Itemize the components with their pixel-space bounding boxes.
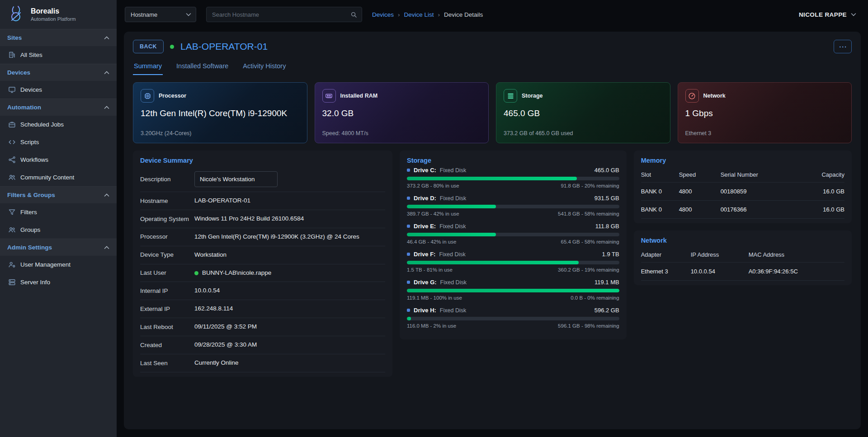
summary-row-last-user: Last User BUNNY-LAB\nicole.rappe <box>140 264 385 282</box>
search-box <box>206 7 362 22</box>
drive-type: Fixed Disk <box>440 279 467 286</box>
table-row: Ethernet 3 10.0.0.54 A0:36:9F:94:26:5C <box>641 263 844 281</box>
sidebar-item-label: Devices <box>20 86 42 93</box>
sidebar-section-automation[interactable]: Automation <box>0 99 117 116</box>
groups-icon <box>8 226 16 234</box>
row-label: Last Reboot <box>140 323 194 331</box>
user-gear-icon <box>8 261 16 268</box>
sidebar-item-label: Filters <box>20 209 37 216</box>
borealis-bunny-logo-icon <box>6 5 26 24</box>
drive-used: 46.4 GB - 42% in use <box>407 239 456 244</box>
sidebar-section-label: Filters & Groups <box>7 192 55 198</box>
memory-serial: 00180859 <box>721 188 810 195</box>
sidebar-item-label: Workflows <box>20 156 48 163</box>
sidebar-item-groups[interactable]: Groups <box>0 221 117 239</box>
summary-row-hostname: Hostname LAB-OPERATOR-01 <box>140 192 385 210</box>
sidebar-item-all-sites[interactable]: All Sites <box>0 46 117 64</box>
row-value: 10.0.0.54 <box>194 287 220 295</box>
card-subtext: Ethernet 3 <box>685 130 844 136</box>
hostname-filter-dropdown[interactable]: Hostname <box>125 7 196 22</box>
more-options-button[interactable]: ⋯ <box>834 40 852 53</box>
tab-activity-history[interactable]: Activity History <box>242 59 287 75</box>
sidebar-item-label: User Management <box>20 261 71 268</box>
user-name: NICOLE RAPPE <box>799 11 847 18</box>
drive-usage-fill <box>407 233 496 236</box>
breadcrumb-devices[interactable]: Devices <box>372 11 394 18</box>
summary-row-created: Created 09/28/2025 @ 3:30 AM <box>140 336 385 354</box>
device-summary-title: Device Summary <box>140 157 385 164</box>
monitor-icon <box>8 86 16 94</box>
drive-used: 389.7 GB - 42% in use <box>407 211 459 216</box>
summary-row-last-reboot: Last Reboot 09/11/2025 @ 3:52 PM <box>140 318 385 336</box>
tab-summary[interactable]: Summary <box>133 59 163 75</box>
sidebar-section-sites[interactable]: Sites <box>0 29 117 46</box>
table-row: BANK 0 4800 00180859 16.0 GB <box>641 183 844 201</box>
summary-row-device-type: Device Type Workstation <box>140 246 385 264</box>
description-input[interactable] <box>194 171 278 187</box>
sidebar-item-server-info[interactable]: Server Info <box>0 273 117 291</box>
memory-table-header: Slot Speed Serial Number Capacity <box>641 167 844 183</box>
chevron-up-icon <box>104 71 109 75</box>
storage-panel: Storage Drive C: Fixed Disk 465.0 GB 373… <box>400 150 627 339</box>
row-label: Last Seen <box>140 359 194 367</box>
sidebar-section-admin-settings[interactable]: Admin Settings <box>0 239 117 256</box>
drive-type: Fixed Disk <box>440 167 466 174</box>
drive-size: 1.9 TB <box>602 251 619 258</box>
stat-cards-row: Processor 12th Gen Intel(R) Core(TM) i9-… <box>133 82 852 143</box>
device-summary-panel: Device Summary Description Hostname LAB-… <box>133 150 392 377</box>
drive-d-row: Drive D: Fixed Disk 931.5 GB 389.7 GB - … <box>407 195 619 216</box>
sidebar-item-community-content[interactable]: Community Content <box>0 169 117 186</box>
sidebar-section-label: Devices <box>7 69 30 76</box>
breadcrumb-device-list[interactable]: Device List <box>404 11 434 18</box>
drive-c-row: Drive C: Fixed Disk 465.0 GB 373.2 GB - … <box>407 167 619 188</box>
drive-used: 116.0 MB - 2% in use <box>407 323 456 329</box>
main-area: Hostname Devices › Device List › Device … <box>117 0 868 437</box>
sidebar-item-filters[interactable]: Filters <box>0 203 117 221</box>
sidebar-item-scheduled-jobs[interactable]: Scheduled Jobs <box>0 116 117 133</box>
row-value: 09/28/2025 @ 3:30 AM <box>194 341 257 349</box>
network-panel: Network Adapter IP Address MAC Address E… <box>634 230 852 285</box>
card-value: 465.0 GB <box>504 108 663 118</box>
sidebar-section-filters-groups[interactable]: Filters & Groups <box>0 186 117 203</box>
drive-name: Drive H: <box>414 307 436 314</box>
row-value: 162.248.8.114 <box>194 305 233 313</box>
drive-e-row: Drive E: Fixed Disk 111.8 GB 46.4 GB - 4… <box>407 223 619 244</box>
network-ip: 10.0.0.54 <box>691 268 749 275</box>
chevron-up-icon <box>104 193 109 197</box>
summary-row-operating-system: Operating System Windows 11 Pro 24H2 Bui… <box>140 210 385 228</box>
back-button[interactable]: BACK <box>133 40 164 53</box>
user-menu[interactable]: NICOLE RAPPE <box>799 11 856 18</box>
drive-name: Drive D: <box>414 195 436 202</box>
server-icon <box>8 278 16 286</box>
breadcrumb: Devices › Device List › Device Details <box>372 11 483 18</box>
drive-remaining: 91.8 GB - 20% remaining <box>561 183 619 188</box>
sidebar: Borealis Automation Platform Sites All S… <box>0 0 117 437</box>
drive-usage-fill <box>407 205 496 208</box>
drive-size: 931.5 GB <box>594 195 619 202</box>
card-value: 1 Gbps <box>685 108 844 118</box>
tab-installed-software[interactable]: Installed Software <box>175 59 229 75</box>
row-label: Last User <box>140 269 194 277</box>
sidebar-item-scripts[interactable]: Scripts <box>0 133 117 151</box>
search-input[interactable] <box>212 11 350 18</box>
storage-stack-icon <box>504 89 517 103</box>
sidebar-item-user-management[interactable]: User Management <box>0 256 117 273</box>
sidebar-section-devices[interactable]: Devices <box>0 64 117 81</box>
drive-size: 111.8 GB <box>595 223 619 230</box>
drive-remaining: 0.0 B - 0% remaining <box>571 295 619 301</box>
sidebar-item-workflows[interactable]: Workflows <box>0 151 117 169</box>
content-area: BACK LAB-OPERATOR-01 ⋯ Summary Installed… <box>117 29 868 437</box>
sidebar-item-devices[interactable]: Devices <box>0 81 117 99</box>
drive-name: Drive G: <box>414 279 437 286</box>
chevron-up-icon <box>104 36 109 40</box>
workflow-icon <box>8 156 16 164</box>
online-status-dot <box>170 45 174 49</box>
summary-row-external-ip: External IP 162.248.8.114 <box>140 300 385 318</box>
sidebar-item-label: Scripts <box>20 139 39 146</box>
chevron-down-icon <box>851 13 856 16</box>
memory-speed: 4800 <box>679 188 721 195</box>
drive-bullet-icon <box>407 253 410 256</box>
table-row: BANK 0 4800 00176366 16.0 GB <box>641 201 844 219</box>
brand-name: Borealis <box>31 7 76 15</box>
device-title-row: BACK LAB-OPERATOR-01 ⋯ <box>133 40 852 53</box>
